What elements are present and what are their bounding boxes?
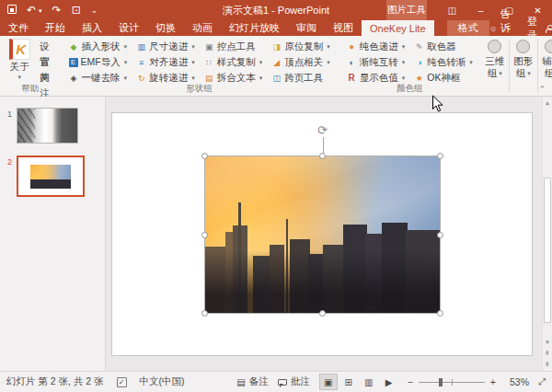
- solid-to-gradient-button[interactable]: ◑纯色转渐▾: [409, 54, 477, 70]
- emf-import-icon: E: [69, 58, 78, 67]
- tab-file[interactable]: 文件: [0, 20, 37, 36]
- save-icon[interactable]: [7, 5, 17, 16]
- zoom-out-button[interactable]: −: [408, 376, 413, 387]
- resize-handle-bottom-right[interactable]: [437, 310, 443, 317]
- undo-dropdown-icon[interactable]: ▾: [39, 7, 42, 14]
- dropdown-icon: ▾: [527, 67, 531, 79]
- scroll-down-icon[interactable]: ▾: [543, 338, 552, 347]
- graphic-group-button[interactable]: 图形 组▾: [510, 36, 537, 96]
- tab-review[interactable]: 审阅: [288, 20, 325, 36]
- zoom-slider[interactable]: [419, 382, 485, 383]
- scrollbar-thumb[interactable]: [544, 178, 551, 323]
- previous-slide-icon[interactable]: ⇞: [543, 349, 552, 358]
- solid-to-gradient-icon: ◑: [414, 58, 424, 67]
- fit-slide-to-window-icon[interactable]: ⤢: [538, 376, 546, 387]
- language-indicator[interactable]: 中文(中国): [140, 375, 185, 388]
- shape-group-label: 形状组: [61, 83, 339, 95]
- tab-insert[interactable]: 插入: [74, 20, 110, 36]
- shape-group: ◆插入形状▾ EEMF导入▾ ◈一键去除▾ ▥尺寸递进▾ ≡对齐递进▾ ↻旋转递…: [61, 36, 339, 96]
- ok-magic-frame-icon: ★: [414, 74, 424, 83]
- editing-canvas: ⟳: [107, 97, 542, 371]
- help-group-label: 帮助: [0, 83, 61, 95]
- title-bar: ↶ ▾ ↷ ⊡ ⌄ 演示文稿1 - PowerPoint 图片工具 ◫ – ▢ …: [0, 0, 552, 20]
- gradient-solid-swap-icon: ◐: [347, 58, 357, 67]
- zoom-slider-thumb[interactable]: [439, 378, 443, 386]
- settings-button[interactable]: 设置: [38, 39, 56, 54]
- tab-home[interactable]: 开始: [37, 20, 74, 36]
- tab-transitions[interactable]: 切换: [147, 20, 184, 36]
- slide-thumbnail-2[interactable]: 2: [3, 156, 105, 197]
- tab-format[interactable]: 格式: [450, 20, 487, 36]
- gradient-solid-swap-button[interactable]: ◐渐纯互转▾: [342, 54, 410, 70]
- handle-tool-button[interactable]: ▣控点工具: [200, 39, 268, 54]
- zoom-slider-center-tick: [452, 379, 453, 386]
- zoom-level[interactable]: 53%: [505, 376, 529, 387]
- rotate-step-icon: ↻: [136, 74, 146, 83]
- website-button[interactable]: 官网: [38, 54, 56, 70]
- about-dropdown-icon[interactable]: ▾: [17, 74, 21, 81]
- slide-sorter-view-button[interactable]: ⊞: [339, 374, 358, 390]
- normal-view-button[interactable]: ▣: [319, 374, 338, 390]
- insert-shape-button[interactable]: ◆插入形状▾: [64, 39, 132, 54]
- undo-icon[interactable]: ↶: [27, 5, 36, 16]
- next-slide-icon[interactable]: ⇟: [543, 360, 552, 369]
- solid-color-step-button[interactable]: ●纯色递进▾: [342, 39, 410, 54]
- slide-thumbnail-1[interactable]: 1: [3, 108, 105, 144]
- split-merge-text-icon: ▤: [204, 74, 214, 83]
- resize-handle-mid-right[interactable]: [437, 232, 443, 238]
- rotation-handle-icon[interactable]: ⟳: [317, 124, 328, 136]
- onekey-logo-icon[interactable]: K: [9, 39, 30, 60]
- size-step-icon: ▥: [136, 42, 146, 52]
- tab-slideshow[interactable]: 幻灯片放映: [221, 20, 288, 36]
- tab-design[interactable]: 设计: [110, 20, 147, 36]
- notes-button[interactable]: ▤ 备注: [236, 375, 268, 388]
- slideshow-from-start-icon[interactable]: ⊡: [72, 5, 81, 16]
- style-copy-button[interactable]: ∷样式复制▾: [200, 54, 268, 70]
- slide-canvas[interactable]: ⟳: [112, 113, 532, 355]
- ribbon-tab-bar: 文件 开始 插入 设计 切换 动画 幻灯片放映 审阅 视图 OneKey Lit…: [0, 20, 552, 36]
- mouse-cursor: [431, 95, 443, 113]
- slide-thumbnail-panel: 1 2: [0, 97, 106, 371]
- show-color-value-icon: R: [347, 73, 357, 83]
- align-step-button[interactable]: ≡对齐递进▾: [132, 54, 200, 70]
- selected-picture[interactable]: ⟳: [205, 156, 440, 313]
- slideshow-view-button[interactable]: ▶: [380, 374, 398, 390]
- assist-group-icon: [545, 40, 552, 53]
- spell-check-icon[interactable]: ✓: [117, 377, 127, 387]
- collapse-ribbon-icon[interactable]: ⌃: [538, 85, 546, 94]
- customize-qat-icon[interactable]: ⌄: [91, 6, 98, 15]
- reading-view-button[interactable]: ▥: [360, 374, 378, 390]
- copy-in-place-button[interactable]: ◨原位复制▾: [267, 39, 335, 54]
- size-step-button[interactable]: ▥尺寸递进▾: [132, 39, 200, 54]
- city-sunset-photo[interactable]: [205, 156, 440, 313]
- resize-handle-mid-left[interactable]: [201, 232, 208, 238]
- slide-2-selected-frame[interactable]: [17, 156, 85, 197]
- tab-view[interactable]: 视图: [325, 20, 362, 36]
- ribbon-display-options-icon[interactable]: ◫: [438, 0, 466, 20]
- tab-animations[interactable]: 动画: [184, 20, 221, 36]
- insert-shape-icon: ◆: [69, 42, 79, 52]
- tab-onekey-lite[interactable]: OneKey Lite: [362, 20, 434, 36]
- align-step-icon: ≡: [136, 58, 146, 67]
- resize-handle-top-right[interactable]: [437, 153, 443, 159]
- three-d-group-button[interactable]: 三维 组▾: [481, 36, 509, 96]
- color-group-label: 颜色组: [339, 83, 481, 95]
- redo-icon[interactable]: ↷: [52, 5, 62, 16]
- resize-handle-top-left[interactable]: [201, 153, 208, 159]
- comments-button[interactable]: 批注: [278, 375, 310, 388]
- resize-handle-bottom-center[interactable]: [319, 310, 326, 317]
- vertical-scrollbar[interactable]: ▴ ▾ ⇞ ⇟: [542, 97, 552, 371]
- quick-access-toolbar: ↶ ▾ ↷ ⊡ ⌄: [7, 0, 98, 20]
- emf-import-button[interactable]: EEMF导入▾: [64, 54, 132, 70]
- resize-handle-bottom-left[interactable]: [201, 310, 208, 317]
- resize-handle-top-center[interactable]: [319, 153, 326, 159]
- ribbon: K 关于 ▾ 设置 官网 关注 帮助 ◆插入形状▾ EEMF导入▾ ◈一键去除▾…: [0, 36, 552, 97]
- color-picker-button[interactable]: ✎取色器: [409, 39, 477, 54]
- about-button[interactable]: 关于: [10, 61, 29, 74]
- slide-1-thumbnail-image[interactable]: [17, 108, 78, 144]
- scroll-up-icon[interactable]: ▴: [543, 98, 552, 108]
- vertex-related-button[interactable]: ◢顶点相关▾: [267, 54, 335, 70]
- copy-in-place-icon: ◨: [271, 42, 282, 52]
- zoom-in-button[interactable]: +: [490, 376, 496, 387]
- slide-number: 1: [3, 108, 12, 144]
